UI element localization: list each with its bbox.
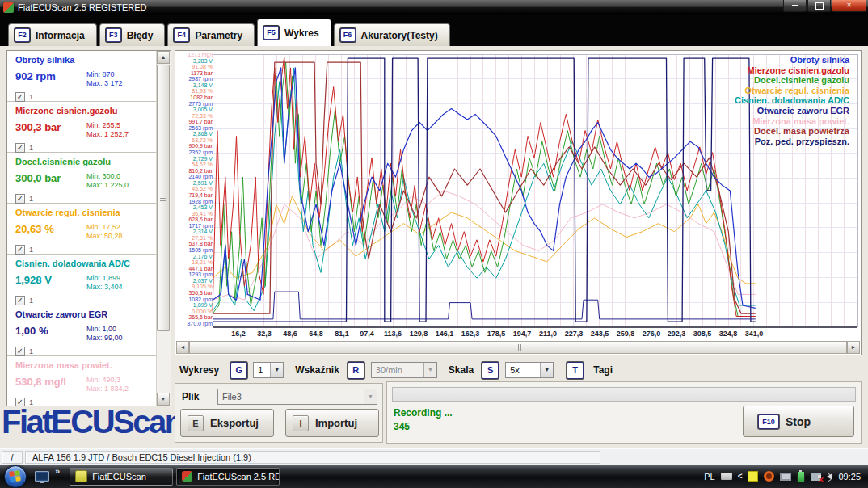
scroll-up-icon[interactable]: ▲ [157,51,170,64]
tab-f3[interactable]: F3Błędy [99,23,166,46]
x-axis-tick-label: 243,5 [591,330,609,338]
tab-f5[interactable]: F5Wykres [257,19,331,46]
tray-expand-icon[interactable]: < [738,472,743,481]
series-otwarcie-zaworu-egr [213,292,756,319]
taskbar-task-2[interactable]: FiatECUScan 2.5 RE... [176,468,280,486]
parameter-name: Mierzona masa powiet. [15,360,153,370]
display-icon[interactable] [780,473,791,481]
tab-f4[interactable]: F4Parametry [167,23,255,46]
quick-launch-chevron-icon[interactable]: » [55,465,60,477]
parameter-min: Min: 490,3 [86,376,129,385]
parameter-min: Min: 300,0 [86,172,129,181]
channel-label: 1 [29,297,33,305]
x-axis-tick-label: 276,0 [643,330,661,338]
x-axis-tick-label: 324,8 [719,330,738,338]
app-icon [3,2,14,13]
x-axis-tick-label: 129,8 [410,330,428,338]
tray-update-icon[interactable] [764,471,774,482]
parameter-minmax: Min: 265,5Max: 1 252,7 [86,121,129,139]
clock: 09:25 [838,472,861,482]
taskbar: » FiatECUScanFiatECUScan 2.5 RE... PL < … [0,465,868,488]
plik-label: Plik [182,391,199,402]
parameter-name: Mierzone cisnien.gazolu [15,106,153,116]
tab-f6[interactable]: F6Akuratory(Testy) [334,23,450,46]
parameter-name: Otwarcie zaworu EGR [15,309,153,319]
status-cell-vehicle: ALFA 156 1.9 JTD / Bosch EDC15 Diesel In… [25,451,600,464]
g-keycap[interactable]: G [230,362,247,379]
parameter-checkbox[interactable]: ✓ [15,143,25,153]
language-indicator[interactable]: PL [704,472,714,482]
chevron-down-icon[interactable]: ▼ [540,363,553,377]
x-axis-tick-label: 259,8 [617,330,635,338]
parameter-max: Max: 1 834,2 [86,385,129,393]
import-button[interactable]: I Importuj [285,409,379,437]
parameter-checkbox[interactable]: ✓ [15,92,25,102]
y-axis-tick-label: 1505 rpm [177,247,213,254]
battery-icon[interactable] [797,471,805,482]
parameter-checkbox[interactable]: ✓ [15,296,25,305]
scrollbar-thumb[interactable] [157,65,170,331]
parameter-checkbox[interactable]: ✓ [15,245,25,255]
chart-horizontal-scrollbar[interactable]: ◄ ► [176,341,860,354]
channel-label: 1 [29,144,33,152]
y-axis-tick-label: 2,314 V [177,229,213,235]
status-cell-slash: / [2,451,23,464]
y-axis-labels: 1273 mg/l3,283 V91,08 %1173 bar2987 rpm3… [177,52,213,326]
taskbar-task-1[interactable]: FiatECUScan [70,468,173,486]
scale-select[interactable]: 5x ▼ [505,362,554,378]
stop-button[interactable]: F10 Stop [743,406,854,437]
r-keycap[interactable]: R [348,362,364,379]
parameter-checkbox[interactable]: ✓ [15,194,25,204]
t-keycap[interactable]: T [567,362,584,379]
y-axis-tick-label: 2563 rpm [177,125,213,132]
parameter-card: Obroty silnika902 rpmMin: 870Max: 3 172✓… [7,51,158,102]
chevron-down-icon[interactable]: ▼ [270,363,283,377]
recording-count: 345 [394,421,410,432]
system-tray: PL < 09:25 [704,471,868,482]
keyboard-icon[interactable] [721,473,732,480]
tray-app-icon[interactable] [748,471,758,482]
hscrollbar-thumb[interactable] [189,341,847,354]
y-axis-tick-label: 719,4 bar [177,192,213,199]
graph-count-select[interactable]: 1 ▼ [253,362,284,378]
parameter-value: 300,3 bar [15,121,86,139]
parameter-max: Max: 3 172 [86,79,123,88]
parameter-min: Min: 870 [86,70,123,79]
parameter-checkbox[interactable]: ✓ [15,347,25,356]
windows-flag-icon [9,470,21,482]
maximize-button[interactable] [807,0,831,12]
start-button[interactable] [4,465,27,488]
y-axis-tick-label: 2,868 V [177,131,213,137]
close-button[interactable]: ✕ [832,0,866,12]
parameter-sidebar: Obroty silnika902 rpmMin: 870Max: 3 172✓… [6,50,171,406]
parameter-name: Obroty silnika [15,55,153,65]
legend-entry: Obroty silnika [735,55,849,65]
x-axis-tick-label: 146,1 [436,330,454,338]
channel-label: 1 [29,246,33,254]
parameter-max: Max: 3,404 [86,283,123,292]
y-axis-tick-label: 628,6 bar [177,217,213,223]
y-axis-tick-label: 2,176 V [177,254,213,260]
minimize-button[interactable] [783,0,807,12]
speaker-icon[interactable] [827,473,832,480]
parameter-value: 1,00 % [15,325,86,343]
tab-f2[interactable]: F2Informacja [8,23,97,46]
scroll-right-icon[interactable]: ► [847,341,860,354]
legend-entry: Docel. masa powietrza [735,126,849,137]
parameter-card: Mierzone cisnien.gazolu300,3 barMin: 265… [7,102,158,153]
quick-launch-desktop-icon[interactable] [35,471,49,482]
scroll-left-icon[interactable]: ◄ [176,341,189,354]
chart-panel: 1273 mg/l3,283 V91,08 %1173 bar2987 rpm3… [175,50,862,355]
s-keycap[interactable]: S [482,362,499,379]
main-content: Obroty silnika902 rpmMin: 870Max: 3 172✓… [0,46,868,448]
f10-keycap: F10 [758,414,779,429]
parameter-max: Max: 50,28 [86,232,123,241]
fiatecuscan-app-icon [182,471,192,482]
parameter-card: Cisnien. doladowania AD/C1,928 VMin: 1,8… [7,255,158,305]
task-label: FiatECUScan [92,472,146,482]
y-axis-tick-label: 447,1 bar [177,266,213,272]
file-panel: Plik File3 ▼ E Eksportuj I Importuj [175,383,383,443]
export-button[interactable]: E Eksportuj [180,409,274,437]
y-axis-tick-label: 1928 rpm [177,199,213,205]
sidebar-scrollbar[interactable]: ▲ ▼ [156,51,171,406]
